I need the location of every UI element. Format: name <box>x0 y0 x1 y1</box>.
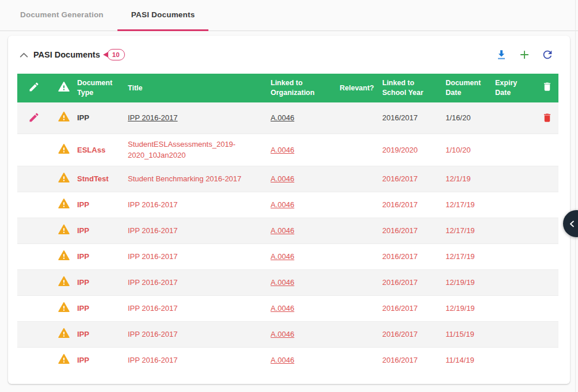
column-header-document-date: Document Date <box>446 74 495 102</box>
document-title: IPP 2016-2017 <box>128 329 178 340</box>
warning-icon <box>58 327 70 340</box>
document-type: IPP <box>77 200 89 209</box>
organization-link[interactable]: A.0046 <box>271 226 294 235</box>
warning-cell <box>51 166 77 192</box>
warning-icon <box>58 301 70 314</box>
column-header-title: Title <box>128 74 271 102</box>
refresh-button[interactable] <box>540 47 555 62</box>
organization-link[interactable]: A.0046 <box>271 278 294 287</box>
plus-icon <box>518 48 531 61</box>
document-date: 1/10/20 <box>446 146 470 154</box>
chevron-left-icon <box>568 219 577 229</box>
document-title: IPP 2016-2017 <box>128 251 178 262</box>
relevant-cell <box>340 166 382 192</box>
page-edge-divider <box>575 0 576 392</box>
edit-cell <box>17 102 51 134</box>
warning-cell <box>51 321 77 347</box>
document-date: 12/19/19 <box>446 304 475 313</box>
edit-cell <box>17 134 51 166</box>
delete-cell <box>535 243 558 269</box>
edit-cell <box>17 269 51 295</box>
download-button[interactable] <box>494 47 509 62</box>
warning-icon <box>58 249 70 262</box>
warning-icon <box>58 197 70 210</box>
relevant-cell <box>340 321 382 347</box>
document-type: IPP <box>77 330 89 338</box>
column-header-document-type: Document Type <box>77 74 128 102</box>
warning-icon <box>58 172 70 184</box>
document-title: IPP 2016-2017 <box>128 303 178 314</box>
document-date: 11/15/19 <box>446 330 474 338</box>
warning-icon <box>58 81 70 93</box>
organization-link[interactable]: A.0046 <box>271 304 294 313</box>
organization-link[interactable]: A.0046 <box>271 356 294 364</box>
expiry-date-cell <box>495 166 535 192</box>
organization-link[interactable]: A.0046 <box>271 252 294 261</box>
document-date: 11/14/19 <box>446 356 474 364</box>
add-button[interactable] <box>517 47 532 62</box>
delete-cell <box>535 218 558 243</box>
document-date: 12/19/19 <box>446 278 475 287</box>
delete-button[interactable] <box>540 111 554 125</box>
organization-link[interactable]: A.0046 <box>271 200 294 209</box>
table-row: IPP IPP 2016-2017 A.0046 2016/2017 11/15… <box>17 321 558 347</box>
tab-document-generation[interactable]: Document Generation <box>6 0 117 31</box>
school-year: 2016/2017 <box>382 226 417 235</box>
delete-cell <box>535 347 558 373</box>
warning-icon <box>58 275 70 288</box>
warning-cell <box>51 134 77 166</box>
document-type: IPP <box>77 226 89 235</box>
warning-cell <box>51 192 77 218</box>
school-year: 2019/2020 <box>382 146 417 154</box>
document-title: IPP 2016-2017 <box>128 277 178 288</box>
documents-table-container: Document Type Title Linked to Organizati… <box>17 74 558 373</box>
expiry-date-cell <box>495 347 535 373</box>
expiry-date-cell <box>495 269 535 295</box>
table-row: IPP IPP 2016-2017 A.0046 2016/2017 12/17… <box>17 218 558 243</box>
document-type: ESLAss <box>77 146 105 154</box>
document-title: IPP 2016-2017 <box>128 199 178 211</box>
warning-icon <box>58 223 70 236</box>
expiry-date-cell <box>495 243 535 269</box>
document-type: StndTest <box>77 174 109 183</box>
warning-icon <box>58 111 70 123</box>
school-year: 2016/2017 <box>382 278 417 287</box>
collapse-panel-button[interactable] <box>17 48 30 61</box>
document-title: IPP 2016-2017 <box>128 355 178 366</box>
warning-icon <box>58 143 70 155</box>
relevant-cell <box>340 218 382 243</box>
document-date: 12/17/19 <box>446 200 475 209</box>
organization-link[interactable]: A.0046 <box>271 146 294 154</box>
document-title-link[interactable]: IPP 2016-2017 <box>128 112 178 124</box>
delete-cell <box>535 321 558 347</box>
organization-link[interactable]: A.0046 <box>271 330 294 338</box>
expiry-date-cell <box>495 102 535 134</box>
warning-icon <box>58 353 70 366</box>
expiry-date-cell <box>495 321 535 347</box>
school-year: 2016/2017 <box>382 252 417 261</box>
relevant-cell <box>340 102 382 134</box>
school-year: 2016/2017 <box>382 113 417 122</box>
table-row: IPP IPP 2016-2017 A.0046 2016/2017 12/17… <box>17 192 558 218</box>
relevant-cell <box>340 243 382 269</box>
table-row: ESLAss StudentESLAssessments_2019-2020_1… <box>17 134 558 166</box>
document-title: Student Benchmarking 2016-2017 <box>128 173 241 185</box>
document-date: 12/1/19 <box>446 174 470 183</box>
panel-title: PASI Documents <box>33 50 100 59</box>
school-year: 2016/2017 <box>382 356 417 364</box>
panel-toolbar <box>494 47 555 62</box>
table-row: IPP IPP 2016-2017 A.0046 2016/2017 12/19… <box>17 269 558 295</box>
edit-button[interactable] <box>27 111 41 124</box>
warning-cell <box>51 218 77 243</box>
table-row: StndTest Student Benchmarking 2016-2017 … <box>17 166 558 192</box>
document-date: 12/17/19 <box>446 226 475 235</box>
edit-cell <box>17 347 51 373</box>
delete-icon <box>542 81 553 92</box>
organization-link[interactable]: A.0046 <box>271 113 294 122</box>
document-type: IPP <box>77 252 89 261</box>
organization-link[interactable]: A.0046 <box>271 174 294 183</box>
school-year: 2016/2017 <box>382 200 417 209</box>
school-year: 2016/2017 <box>382 330 417 338</box>
tab-pasi-documents[interactable]: PASI Documents <box>117 0 209 31</box>
panel-header: PASI Documents 10 <box>8 36 570 74</box>
